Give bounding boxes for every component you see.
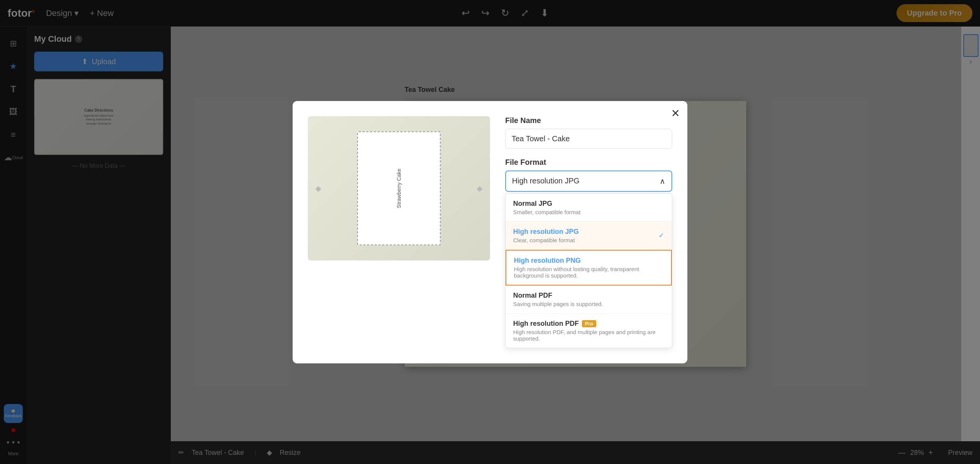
format-title-text: High resolution PDF — [513, 320, 579, 328]
format-desc-normal-jpg: Smaller, compatible format — [513, 209, 664, 215]
format-option-high-res-jpg[interactable]: High resolution JPG Clear, compatible fo… — [506, 222, 672, 250]
format-desc-high-res-png: High resolution without losting quality,… — [514, 266, 663, 279]
format-option-normal-pdf[interactable]: Normal PDF Saving multiple pages is supp… — [506, 285, 672, 314]
preview-card: Strawberry Cake — [357, 131, 441, 245]
format-option-high-res-pdf[interactable]: High resolution PDF Pro High resolution … — [506, 314, 672, 348]
modal-preview-area: Strawberry Cake ◆ ◆ — [308, 116, 490, 260]
file-name-field-label: File Name — [505, 116, 672, 125]
format-title-high-res-png: High resolution PNG — [514, 257, 663, 265]
format-desc-high-res-pdf: High resolution PDF, and multiple pages … — [513, 329, 664, 342]
modal-overlay: ✕ Strawberry Cake ◆ ◆ File Name — [0, 0, 980, 464]
format-desc-high-res-jpg: Clear, compatible format — [513, 237, 659, 243]
pro-badge: Pro — [582, 320, 596, 327]
format-title-normal-pdf: Normal PDF — [513, 292, 664, 300]
format-option-normal-jpg[interactable]: Normal JPG Smaller, compatible format — [506, 194, 672, 222]
chevron-up-icon: ∧ — [660, 177, 665, 186]
selected-format-label: High resolution JPG — [512, 177, 579, 185]
export-modal: ✕ Strawberry Cake ◆ ◆ File Name — [293, 101, 687, 364]
format-title-high-res-jpg: High resolution JPG — [513, 228, 659, 236]
check-icon: ✓ — [659, 231, 664, 239]
modal-body: Strawberry Cake ◆ ◆ File Name File Forma… — [293, 101, 687, 364]
modal-right: File Name File Format High resolution JP… — [505, 116, 672, 348]
modal-close-button[interactable]: ✕ — [671, 107, 680, 120]
modal-preview-inner: Strawberry Cake ◆ ◆ — [308, 116, 490, 260]
file-format-label: File Format — [505, 158, 672, 167]
format-title-normal-jpg: Normal JPG — [513, 200, 664, 208]
format-title-high-res-pdf: High resolution PDF Pro — [513, 320, 664, 328]
format-desc-normal-pdf: Saving multiple pages is supported. — [513, 301, 664, 307]
format-option-high-res-png[interactable]: High resolution PNG High resolution with… — [506, 250, 672, 285]
format-select-button[interactable]: High resolution JPG ∧ — [505, 171, 672, 192]
format-dropdown: Normal JPG Smaller, compatible format Hi… — [505, 193, 672, 348]
filename-input[interactable] — [505, 129, 672, 149]
